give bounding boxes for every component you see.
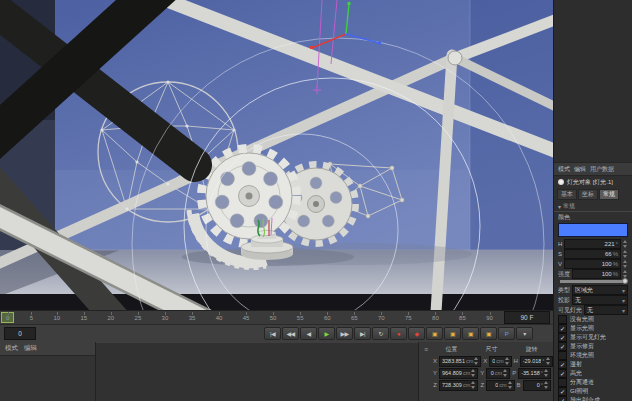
stepper[interactable] <box>471 381 476 389</box>
coordinates-manager: ≡ 位置 尺寸 旋转 X 3283.851cm X 0cm H -29.018°… <box>418 342 553 401</box>
checkbox[interactable]: ✓ <box>558 387 567 396</box>
timeline-ticks[interactable]: 051015202530354045505560657075808590 <box>0 312 501 324</box>
position-z-field[interactable]: 728.309cm <box>439 380 478 391</box>
attribute-checkbox-row[interactable]: ✓ 漫射 <box>554 360 632 369</box>
transport-button[interactable]: ▣ <box>462 327 479 340</box>
ruler-tick: 30 <box>162 312 169 324</box>
position-y-field[interactable]: 964.809cm <box>439 368 478 379</box>
timeline-ruler[interactable]: 051015202530354045505560657075808590 90 … <box>0 310 553 324</box>
attribute-checkbox-row[interactable]: ✓ GI照明 <box>554 387 632 396</box>
intensity-slider[interactable] <box>560 280 626 283</box>
shadow-dropdown[interactable]: 无▾ <box>572 295 628 305</box>
attribute-checkbox-row[interactable]: ✓ 显示光照 <box>554 324 632 333</box>
checkbox[interactable]: ✓ <box>558 360 567 369</box>
rotation-p-field[interactable]: -35.158° <box>518 368 551 379</box>
transport-button[interactable]: ▣ <box>480 327 497 340</box>
checkbox[interactable] <box>558 315 567 324</box>
section-general[interactable]: ▾ 常规 <box>554 201 632 212</box>
checkbox[interactable]: ✓ <box>558 324 567 333</box>
position-x-field[interactable]: 3283.851cm <box>439 356 481 367</box>
tab-basic[interactable]: 基本 <box>557 189 577 200</box>
attribute-checkbox-row[interactable]: ✓ 导出到合成 <box>554 396 632 401</box>
transport-button[interactable]: ◀◀ <box>282 327 299 340</box>
ruler-tick: 20 <box>108 312 115 324</box>
hsv-field[interactable]: 221° <box>564 239 621 249</box>
menu-item[interactable]: 用户数据 <box>590 165 614 174</box>
attribute-tabs: 基本 坐标 常规 <box>554 188 632 201</box>
checkbox[interactable] <box>558 351 567 360</box>
transport-button[interactable]: |◀ <box>264 327 281 340</box>
attribute-checkbox-row[interactable]: ✓ 显示修剪 <box>554 342 632 351</box>
transport-button[interactable]: P <box>498 327 515 340</box>
transport-button[interactable]: ● <box>390 327 407 340</box>
attribute-checkbox-row[interactable]: 没有光照 <box>554 315 632 324</box>
transport-button[interactable]: ▾ <box>516 327 533 340</box>
stepper[interactable] <box>623 260 628 268</box>
light-object-icon <box>558 179 564 185</box>
checkbox[interactable]: ✓ <box>558 342 567 351</box>
hsv-field[interactable]: 100% <box>564 259 621 269</box>
attribute-checkbox-row[interactable]: 环境光照 <box>554 351 632 360</box>
checkbox[interactable]: ✓ <box>558 396 567 401</box>
attribute-checkbox-row[interactable]: ✓ 高光 <box>554 369 632 378</box>
intensity-label: 强度 <box>558 270 570 279</box>
shadow-label: 投影 <box>558 296 570 305</box>
current-frame-field[interactable]: 0 <box>4 327 36 340</box>
menu-item[interactable]: 模式 <box>5 344 18 353</box>
stepper[interactable] <box>471 369 476 377</box>
size-y-field[interactable]: 0cm <box>486 368 510 379</box>
transport-button[interactable]: ◆ <box>408 327 425 340</box>
ruler-tick: 0 <box>6 312 9 324</box>
tab-coordinates[interactable]: 坐标 <box>578 189 598 200</box>
rotation-h-field[interactable]: -29.018° <box>520 356 553 367</box>
attribute-checkbox-row[interactable]: ✓ 显示可见灯光 <box>554 333 632 342</box>
transport-button[interactable]: ▣ <box>426 327 443 340</box>
checkbox[interactable]: ✓ <box>558 333 567 342</box>
size-z-field[interactable]: 0cm <box>486 380 514 391</box>
transport-button[interactable]: ▶ <box>318 327 335 340</box>
transport-buttons: |◀◀◀◀▶▶▶▶|↻●◆▣▣▣▣P▾ <box>264 327 533 340</box>
transport-button[interactable]: ▶| <box>354 327 371 340</box>
checkbox[interactable] <box>558 378 567 387</box>
type-dropdown[interactable]: 区域光▾ <box>572 285 628 295</box>
menu-item[interactable]: 模式 <box>558 165 570 174</box>
tab-general[interactable]: 常规 <box>599 189 619 200</box>
viewport-canvas[interactable] <box>0 0 553 310</box>
stepper[interactable] <box>503 369 508 377</box>
stepper[interactable] <box>623 270 628 278</box>
stepper[interactable] <box>505 357 510 365</box>
coords-header-rotation: 旋转 <box>512 345 551 354</box>
ruler-tick: 90 <box>486 312 493 324</box>
stepper[interactable] <box>544 369 549 377</box>
stepper[interactable] <box>546 357 551 365</box>
hsv-field[interactable]: 66% <box>564 249 621 259</box>
transport-button[interactable]: ▣ <box>444 327 461 340</box>
rotation-b-field[interactable]: 0° <box>523 380 551 391</box>
menu-item[interactable]: 编辑 <box>24 344 37 353</box>
viewport-3d[interactable] <box>0 0 553 310</box>
color-swatch[interactable] <box>558 223 628 237</box>
end-frame-field[interactable]: 90 F <box>504 311 550 324</box>
transport-button[interactable]: ▶▶ <box>336 327 353 340</box>
attribute-checkbox-row[interactable]: 分离通道 <box>554 378 632 387</box>
transport-button[interactable]: ↻ <box>372 327 389 340</box>
stepper[interactable] <box>623 240 628 248</box>
stepper[interactable] <box>544 381 549 389</box>
checkbox[interactable]: ✓ <box>558 369 567 378</box>
gear-large <box>202 149 297 244</box>
intensity-field[interactable]: 100% <box>572 269 621 279</box>
coords-menu-icon[interactable]: ≡ <box>421 346 431 353</box>
transport-button[interactable]: ◀ <box>300 327 317 340</box>
hsv-rows: H 221° S 66% V 10 <box>554 239 632 269</box>
color-label: 颜色 <box>558 213 570 222</box>
menu-item[interactable]: 编辑 <box>574 165 586 174</box>
stepper[interactable] <box>474 357 479 365</box>
size-x-field[interactable]: 0cm <box>489 356 511 367</box>
stepper[interactable] <box>623 250 628 258</box>
ruler-tick: 55 <box>297 312 304 324</box>
ruler-tick: 80 <box>432 312 439 324</box>
ruler-tick: 50 <box>270 312 277 324</box>
stepper[interactable] <box>508 381 513 389</box>
material-panel: 模式编辑 <box>0 342 96 401</box>
visible-light-dropdown[interactable]: 无▾ <box>584 305 628 315</box>
